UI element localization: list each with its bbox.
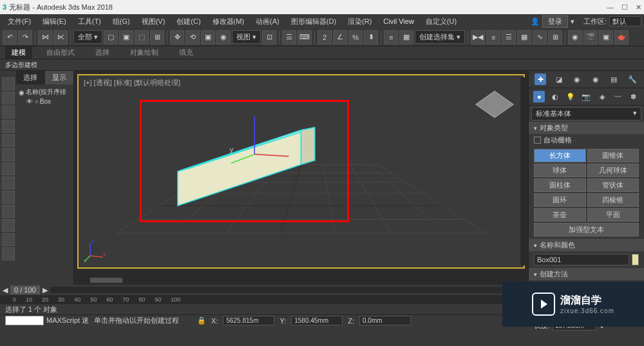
toggle-ribbon-button[interactable]: ▦: [517, 30, 531, 44]
obj-cone[interactable]: 圆锥体: [587, 149, 639, 162]
curve-editor-button[interactable]: ∿: [533, 30, 547, 44]
ribbon-tab-object-paint[interactable]: 对象绘制: [124, 46, 165, 59]
menu-tools[interactable]: 工具(T): [73, 15, 106, 28]
menu-rendering[interactable]: 渲染(R): [343, 15, 377, 28]
utilities-tab-icon[interactable]: 🔧: [627, 73, 638, 85]
menu-group[interactable]: 组(G): [108, 15, 135, 28]
section-creation-method[interactable]: 创建方法: [529, 268, 644, 280]
section-name-color[interactable]: 名称和颜色: [529, 239, 644, 251]
motion-tab-icon[interactable]: ◉: [590, 73, 601, 85]
obj-geosphere[interactable]: 几何球体: [587, 164, 639, 177]
autogrid-checkbox[interactable]: [534, 137, 541, 144]
scale-button[interactable]: ▣: [201, 30, 215, 44]
mirror-button[interactable]: ▶◀: [471, 30, 485, 44]
render-button[interactable]: 🫖: [614, 30, 629, 44]
minimize-button[interactable]: —: [607, 3, 614, 12]
ribbon-tab-modeling[interactable]: 建模: [5, 46, 32, 59]
geometry-icon[interactable]: ●: [533, 91, 545, 102]
layer-button[interactable]: ≡: [384, 30, 398, 44]
maximize-button[interactable]: ☐: [621, 3, 628, 12]
modify-tab-icon[interactable]: ◪: [553, 73, 565, 85]
schematic-view-button[interactable]: ⊞: [548, 30, 562, 44]
obj-plane[interactable]: 平面: [587, 208, 639, 222]
shapes-icon[interactable]: ◐: [549, 91, 561, 102]
undo-button[interactable]: ↶: [3, 30, 17, 44]
viewport-scrollbar-v[interactable]: [520, 77, 527, 265]
object-category-dropdown[interactable]: 标准基本体▾: [531, 107, 641, 120]
helpers-icon[interactable]: ◈: [596, 91, 608, 102]
menu-customize[interactable]: 自定义(U): [421, 15, 462, 28]
section-object-type[interactable]: 对象类型: [529, 122, 644, 134]
hierarchy-tab-icon[interactable]: ◉: [571, 73, 583, 85]
spinner-snap-button[interactable]: ⬍: [364, 30, 378, 44]
object-name-input[interactable]: [534, 254, 629, 265]
menu-views[interactable]: 视图(V): [137, 15, 171, 28]
select-rect-button[interactable]: ⬚: [135, 30, 149, 44]
viewcube[interactable]: [478, 88, 511, 120]
display-tab-icon[interactable]: ▤: [608, 73, 620, 85]
close-button[interactable]: ✕: [636, 3, 641, 12]
obj-textplus[interactable]: 加强型文本: [534, 223, 639, 236]
viewport-scrollbar-h[interactable]: [77, 277, 518, 284]
render-setup-button[interactable]: 🎬: [583, 30, 598, 44]
ribbon-tab-populate[interactable]: 填充: [173, 46, 200, 59]
rotate-button[interactable]: ⟲: [185, 30, 200, 44]
menu-graph-editors[interactable]: 图形编辑器(D): [286, 15, 341, 28]
lt-btn-8[interactable]: [2, 177, 15, 189]
named-selection-sets[interactable]: 创建选择集 ▾: [415, 30, 465, 44]
viewport-perspective[interactable]: [+] [透视] [标准] [默认明暗处理]: [77, 74, 525, 269]
lt-btn-11[interactable]: [2, 219, 15, 232]
lt-btn-10[interactable]: [2, 205, 15, 218]
redo-button[interactable]: ↷: [18, 30, 32, 44]
login-button[interactable]: 登录: [542, 15, 568, 28]
time-prev-icon[interactable]: ◀: [3, 286, 8, 294]
viewport-label[interactable]: [+] [透视] [标准] [默认明暗处理]: [84, 78, 180, 88]
snap-angle-button[interactable]: ∠: [333, 30, 347, 44]
workspace-select[interactable]: [609, 16, 641, 26]
lt-btn-5[interactable]: [2, 134, 15, 147]
lt-btn-7[interactable]: [2, 162, 15, 175]
obj-sphere[interactable]: 球体: [534, 164, 586, 177]
menu-civil-view[interactable]: Civil View: [378, 16, 419, 26]
scene-tab-select[interactable]: 选择: [16, 71, 45, 84]
align-button[interactable]: ≡: [486, 30, 500, 44]
lights-icon[interactable]: 💡: [565, 91, 576, 102]
move-button[interactable]: ✥: [170, 30, 184, 44]
lt-select[interactable]: [2, 77, 15, 90]
coord-z[interactable]: 0.0mm: [359, 316, 411, 325]
link-button[interactable]: ⋈: [38, 30, 52, 44]
obj-tube[interactable]: 管状体: [587, 178, 639, 192]
object-color-swatch[interactable]: [632, 254, 639, 265]
time-next-icon[interactable]: ▶: [43, 286, 48, 294]
menu-modifiers[interactable]: 修改器(M): [207, 15, 250, 28]
selection-filter[interactable]: 全部 ▾: [73, 30, 102, 44]
snap-2d-button[interactable]: 2: [317, 30, 332, 44]
menu-animation[interactable]: 动画(A): [251, 15, 285, 28]
window-crossing-button[interactable]: ⊞: [150, 30, 164, 44]
create-tab-icon[interactable]: ✚: [535, 73, 546, 85]
ref-coord-dropdown[interactable]: 视图 ▾: [232, 30, 261, 44]
snap-percent-button[interactable]: %: [348, 30, 363, 44]
obj-torus[interactable]: 圆环: [534, 193, 586, 207]
lt-btn-12[interactable]: [2, 233, 15, 246]
lt-btn-9[interactable]: [2, 191, 15, 204]
lt-btn-6[interactable]: [2, 148, 15, 161]
lt-btn-3[interactable]: [2, 106, 15, 119]
obj-cylinder[interactable]: 圆柱体: [534, 178, 586, 192]
select-name-button[interactable]: ▣: [119, 30, 133, 44]
obj-pyramid[interactable]: 四棱锥: [587, 193, 639, 207]
pivot-button[interactable]: ⊡: [262, 30, 276, 44]
cameras-icon[interactable]: 📷: [580, 91, 592, 102]
manipulate-button[interactable]: ☰: [282, 30, 296, 44]
lt-btn-2[interactable]: [2, 91, 15, 104]
scene-tab-display[interactable]: 显示: [45, 71, 74, 84]
obj-box[interactable]: 长方体: [534, 149, 586, 162]
render-frame-button[interactable]: ▣: [599, 30, 613, 44]
material-editor-button[interactable]: ◉: [568, 30, 582, 44]
spacewarps-icon[interactable]: 〰: [612, 91, 623, 102]
selection-set-button[interactable]: ▦: [399, 30, 413, 44]
placement-button[interactable]: ◉: [216, 30, 231, 44]
toggle-layers-button[interactable]: ☰: [502, 30, 516, 44]
menu-file[interactable]: 文件(F): [3, 15, 36, 28]
menu-edit[interactable]: 编辑(E): [37, 15, 71, 28]
